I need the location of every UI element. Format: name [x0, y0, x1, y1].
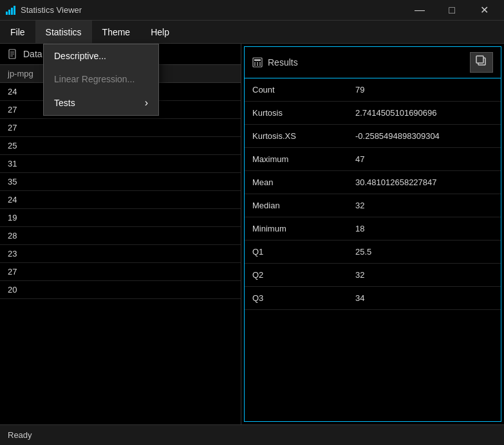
svg-rect-13	[254, 64, 256, 66]
list-item: 24	[0, 191, 241, 209]
menu-help[interactable]: Help	[140, 21, 180, 43]
right-panel: Results Count79Kurtosis2.741450510169069…	[244, 46, 501, 422]
svg-rect-10	[254, 62, 256, 64]
table-row: Mean30.481012658227847	[245, 171, 501, 194]
calculator-icon	[252, 57, 263, 68]
submenu-arrow: ›	[145, 97, 148, 109]
table-row: Median32	[245, 194, 501, 217]
svg-rect-14	[257, 64, 258, 66]
table-row: Maximum47	[245, 148, 501, 171]
table-row: Q232	[245, 264, 501, 287]
results-header-left: Results	[252, 57, 298, 68]
list-item: 27	[0, 263, 241, 281]
svg-rect-17	[476, 56, 483, 63]
svg-rect-15	[259, 64, 261, 66]
close-button[interactable]: ✕	[469, 0, 499, 21]
menu-theme[interactable]: Theme	[92, 21, 141, 43]
maximize-button[interactable]: □	[437, 0, 467, 21]
data-rows-container: 242727253135241928232720	[0, 83, 241, 424]
list-item: 27	[0, 119, 241, 137]
svg-rect-0	[6, 12, 8, 15]
svg-rect-2	[11, 8, 13, 15]
table-row: Minimum18	[245, 217, 501, 241]
status-bar: Ready	[0, 424, 504, 445]
minimize-button[interactable]: —	[405, 0, 434, 21]
list-item: 28	[0, 227, 241, 245]
svg-rect-12	[259, 62, 261, 64]
table-row: Kurtosis2.7414505101690696	[245, 102, 501, 125]
list-item: 35	[0, 173, 241, 191]
table-row: Q125.5	[245, 241, 501, 264]
data-panel-title: Data	[23, 49, 42, 59]
results-panel-title: Results	[268, 57, 298, 68]
file-icon	[8, 49, 18, 59]
title-bar: Statistics Viewer — □ ✕	[0, 0, 504, 21]
results-table: Count79Kurtosis2.7414505101690696Kurtosi…	[245, 78, 501, 421]
menu-statistics[interactable]: Statistics	[35, 21, 92, 43]
table-row: Count79	[245, 78, 501, 102]
list-item: 19	[0, 209, 241, 227]
svg-rect-9	[254, 59, 261, 61]
menu-file[interactable]: File	[0, 21, 35, 43]
statistics-dropdown: Descriptive... Linear Regression... Test…	[43, 44, 159, 116]
svg-rect-3	[14, 6, 15, 15]
copy-icon	[476, 55, 487, 67]
menu-bar: File Statistics Theme Help Descriptive..…	[0, 21, 504, 44]
app-title: Statistics Viewer	[21, 5, 82, 15]
dropdown-linear-regression: Linear Regression...	[44, 68, 158, 91]
table-row: Kurtosis.XS-0.2585494898309304	[245, 125, 501, 148]
dropdown-descriptive[interactable]: Descriptive...	[44, 44, 158, 68]
title-bar-left: Statistics Viewer	[5, 5, 82, 15]
dropdown-tests[interactable]: Tests ›	[44, 91, 158, 115]
svg-rect-11	[257, 62, 258, 64]
copy-button[interactable]	[470, 52, 493, 73]
status-text: Ready	[8, 430, 32, 440]
svg-rect-1	[8, 10, 10, 15]
list-item: 20	[0, 281, 241, 299]
app-icon	[5, 5, 15, 15]
list-item: 31	[0, 155, 241, 173]
list-item: 23	[0, 245, 241, 263]
results-panel-header: Results	[245, 47, 501, 78]
table-row: Q334	[245, 287, 501, 310]
list-item: 25	[0, 137, 241, 155]
title-bar-controls: — □ ✕	[405, 0, 499, 21]
